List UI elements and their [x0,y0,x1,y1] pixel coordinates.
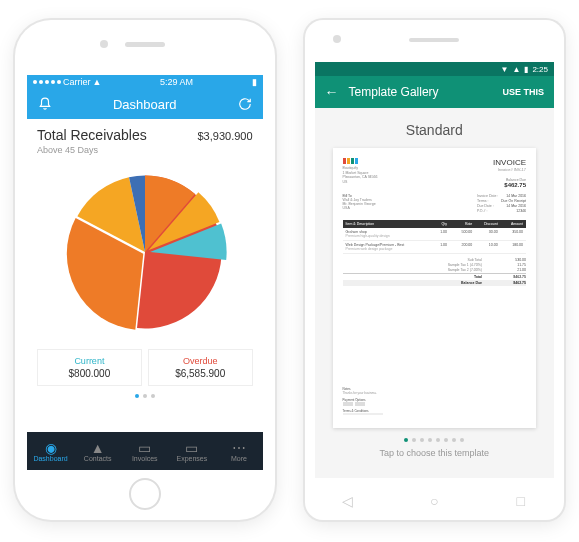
signal-icon: ▲ [513,65,521,74]
android-recents-icon[interactable]: □ [514,494,528,508]
iphone-screen: Carrier ▲ 5:29 AM ▮ Dashboard Total Rece… [27,75,263,470]
appbar-title: Template Gallery [349,85,503,99]
balance-due: $462.75 [493,182,526,188]
iphone-camera [100,40,108,48]
status-time: 5:29 AM [160,77,193,87]
company-logo [343,158,378,164]
signal-indicator: Carrier ▲ [33,77,101,87]
receivables-pie-chart[interactable] [60,167,230,337]
tab-invoices-label: Invoices [121,455,168,462]
invoice-title: INVOICE [493,158,526,167]
notifications-icon[interactable] [37,96,53,112]
ios-statusbar: Carrier ▲ 5:29 AM ▮ [27,75,263,89]
wifi-icon: ▼ [501,65,509,74]
document-icon: ▭ [121,441,168,455]
tab-expenses-label: Expenses [168,455,215,462]
dashboard-content: Total Receivables $3,930.900 Above 45 Da… [27,119,263,406]
overdue-value: $6,585.900 [155,368,246,379]
android-home-icon[interactable]: ○ [427,494,441,508]
android-statusbar: ▼ ▲ ▮ 2:25 [315,62,554,76]
use-this-button[interactable]: USE THIS [502,87,544,97]
invoice-number: Invoice# INV-17 [493,167,526,172]
current-card[interactable]: Current $800.000 [37,349,142,386]
stat-cards: Current $800.000 Overdue $6,585.900 [37,349,253,386]
receivables-subtitle: Above 45 Days [37,145,253,155]
tab-dashboard[interactable]: ◉ Dashboard [27,441,74,462]
android-device: ◁ ○ □ ▼ ▲ ▮ 2:25 ← Template Gallery USE … [305,20,564,520]
more-icon: ⋯ [215,441,262,455]
receivables-total: $3,930.900 [197,130,252,142]
tab-invoices[interactable]: ▭ Invoices [121,441,168,462]
receivables-title: Total Receivables [37,127,147,143]
android-nav-buttons: ◁ ○ □ [305,494,564,508]
template-page-dots[interactable] [315,438,554,442]
invoice-preview[interactable]: Boutiquify 1 Market Square Pleasanton, C… [333,148,536,428]
android-speaker [409,38,459,42]
overdue-card[interactable]: Overdue $6,585.900 [148,349,253,386]
invoice-meta: Invoice Date :14 Mar 2016 Terms :Due On … [477,194,526,214]
tab-bar: ◉ Dashboard ▲ Contacts ▭ Invoices ▭ Expe… [27,432,263,470]
iphone-device: Carrier ▲ 5:29 AM ▮ Dashboard Total Rece… [15,20,275,520]
app-bar: ← Template Gallery USE THIS [315,76,554,108]
table-row: Graham shopPremium high-quality design 1… [343,228,526,241]
gauge-icon: ◉ [27,441,74,455]
invoice-summary: Sub Total530.00 Sample Tax 1 (4.70%)11.7… [343,258,526,287]
navbar: Dashboard [27,89,263,119]
refresh-icon[interactable] [237,96,253,112]
iphone-home-button[interactable] [129,478,161,510]
battery-icon: ▮ [252,77,257,87]
wifi-icon: ▲ [93,77,102,87]
tab-contacts-label: Contacts [74,455,121,462]
tab-dashboard-label: Dashboard [27,455,74,462]
page-dots[interactable] [37,394,253,398]
tab-more-label: More [215,455,262,462]
person-icon: ▲ [74,441,121,455]
android-screen: ▼ ▲ ▮ 2:25 ← Template Gallery USE THIS S… [315,62,554,478]
navbar-title: Dashboard [113,97,177,112]
overdue-label: Overdue [155,356,246,366]
iphone-speaker [125,42,165,47]
status-time: 2:25 [532,65,548,74]
carrier-label: Carrier [63,77,91,87]
wallet-icon: ▭ [168,441,215,455]
current-value: $800.000 [44,368,135,379]
android-back-icon[interactable]: ◁ [341,494,355,508]
tab-expenses[interactable]: ▭ Expenses [168,441,215,462]
battery-icon: ▮ [524,65,528,74]
back-icon[interactable]: ← [325,84,339,100]
tab-contacts[interactable]: ▲ Contacts [74,441,121,462]
current-label: Current [44,356,135,366]
template-name: Standard [315,108,554,148]
android-camera [333,35,341,43]
table-row: Web Design Package/Premium - BestPremium… [343,241,526,254]
tap-hint: Tap to choose this template [315,448,554,458]
tab-more[interactable]: ⋯ More [215,441,262,462]
invoice-table: Item & Description Qty Rate Discount Amo… [343,220,526,254]
